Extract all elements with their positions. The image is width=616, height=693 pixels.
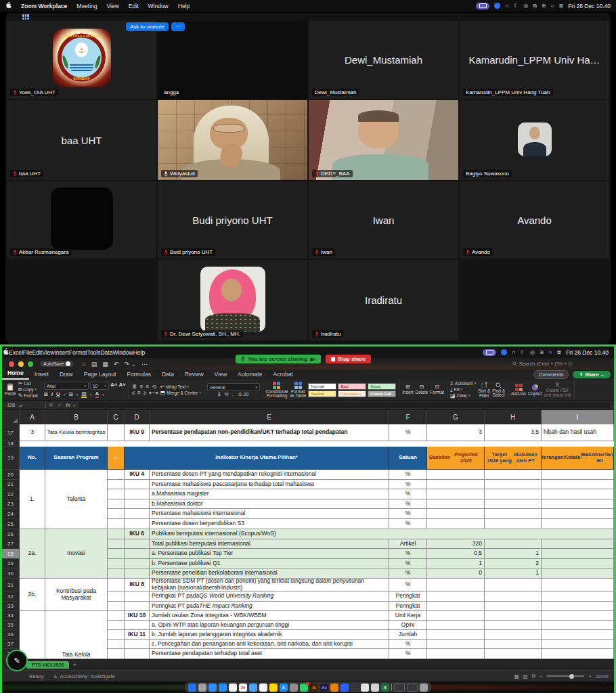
- cell-C21[interactable]: [108, 480, 125, 489]
- dock-icon-reminders[interactable]: [259, 684, 267, 692]
- cell-E21[interactable]: Persentase mahasiswa pascasarjana terhad…: [150, 480, 389, 489]
- align-middle-icon[interactable]: ≡: [140, 384, 144, 390]
- cell-F19[interactable]: Satuan: [389, 447, 427, 470]
- cell-I30[interactable]: [542, 568, 614, 579]
- cell-E22[interactable]: a.Mahasiswa magister: [150, 489, 389, 499]
- participant-tile-bagiyo-suwasono[interactable]: Bagiyo Suwasono: [460, 100, 609, 180]
- column-header-C[interactable]: C: [108, 410, 125, 424]
- cell-I31[interactable]: [542, 579, 614, 591]
- cell-I18[interactable]: [542, 441, 614, 447]
- menu-item-window[interactable]: Window: [112, 349, 133, 356]
- fill-button[interactable]: ⤓Fill ▾: [450, 387, 476, 393]
- cell-D37[interactable]: [125, 640, 150, 649]
- cell-H33[interactable]: [485, 602, 542, 611]
- cell-E29[interactable]: b. Persentase publikasi Q1: [150, 559, 389, 568]
- participant-tile-widyastuti[interactable]: Widyastuti: [158, 100, 307, 180]
- cell-H30[interactable]: 1: [485, 568, 542, 579]
- cell-G23[interactable]: [427, 499, 485, 509]
- cell-D38[interactable]: [125, 649, 150, 659]
- share-button[interactable]: ⇪ Share ⌄: [573, 371, 611, 378]
- cell-A17[interactable]: 3: [20, 424, 45, 441]
- dock-icon-whatsapp[interactable]: [300, 684, 308, 692]
- moon-icon[interactable]: ☾: [521, 350, 525, 355]
- menu-item-zoom-workplace[interactable]: Zoom Workplace: [16, 3, 72, 9]
- column-header-H[interactable]: H: [485, 410, 542, 424]
- ribbon-tab-view[interactable]: View: [209, 370, 232, 380]
- row-header-33[interactable]: 33: [2, 602, 20, 611]
- font-name-select[interactable]: Arial▾: [44, 382, 89, 390]
- accessibility-icon[interactable]: ♿: [53, 673, 58, 679]
- accessibility-status[interactable]: Accessibility: Investigate: [60, 673, 114, 679]
- cell-G29[interactable]: 1: [427, 559, 485, 568]
- apple-menu-icon[interactable]: [2, 348, 9, 357]
- cell-F34[interactable]: Unit Kerja: [389, 611, 427, 621]
- stack-icon[interactable]: ⧉: [533, 3, 537, 9]
- cell-H27[interactable]: [485, 539, 542, 549]
- select-all-corner[interactable]: [2, 410, 20, 424]
- cell-F21[interactable]: %: [389, 480, 427, 489]
- indent-icons[interactable]: ⇤⇥: [149, 390, 158, 396]
- more-commands-icon[interactable]: ⋯: [141, 361, 148, 367]
- cell-E26[interactable]: Publikasi bereputasi internasional (Scop…: [150, 529, 614, 539]
- cell-G37[interactable]: [427, 640, 485, 649]
- zoom-in-icon[interactable]: +: [588, 673, 591, 679]
- menubar-clock[interactable]: Fri 26 Dec 10.40: [568, 3, 611, 9]
- participant-tile-budi-priyono-uht[interactable]: Budi priyono UHTBudi priyono UHT: [158, 181, 307, 259]
- wifi-icon[interactable]: ≋: [542, 3, 546, 9]
- page-break-icon[interactable]: ⧉: [532, 673, 535, 679]
- cancel-icon[interactable]: ✕: [49, 402, 53, 408]
- cell-E35[interactable]: a. Opini WTP atas laporan keuangan pergu…: [150, 621, 389, 630]
- participant-tile-dr-dewi-setyowati-sh-mh-[interactable]: Dr. Dewi Setyowati, SH., MH.: [158, 260, 307, 340]
- cell-E36[interactable]: b. Jumlah laporan pelanggaran integritas…: [150, 630, 389, 640]
- apple-menu-icon[interactable]: [0, 1, 16, 10]
- cell-I22[interactable]: [542, 489, 614, 499]
- cell-D23[interactable]: [125, 499, 150, 509]
- cell-I33[interactable]: [542, 602, 614, 611]
- ribbon-tab-data[interactable]: Data: [156, 370, 179, 380]
- cell-H17[interactable]: 3,5: [485, 424, 542, 441]
- cell-E25[interactable]: Persentase dosen berpendidikan S3: [150, 519, 389, 529]
- menu-item-view[interactable]: View: [102, 3, 124, 9]
- dock-icon-notes[interactable]: [269, 684, 278, 692]
- cell-style-good[interactable]: Good: [368, 383, 396, 390]
- moon-icon[interactable]: ☾: [514, 3, 519, 9]
- cell-C25[interactable]: [108, 519, 125, 529]
- cell-A18[interactable]: [20, 441, 45, 447]
- cell-I20[interactable]: [542, 470, 614, 480]
- cell-D22[interactable]: [125, 489, 150, 499]
- cell-A26-merged[interactable]: 2a.: [20, 529, 45, 579]
- page-layout-icon[interactable]: ▤: [523, 673, 528, 679]
- cell-F38[interactable]: %: [389, 649, 427, 659]
- format-cells-button[interactable]: ⊡Format: [430, 384, 444, 395]
- column-header-G[interactable]: G: [427, 410, 485, 424]
- cell-C23[interactable]: [108, 499, 125, 509]
- dock-icon-after-effects[interactable]: Ae: [320, 684, 328, 692]
- cell-I36[interactable]: [542, 630, 614, 640]
- cell-D31[interactable]: IKU 8: [125, 579, 150, 591]
- orientation-icon[interactable]: ⟲: [152, 384, 156, 390]
- cell-H29[interactable]: 2: [485, 559, 542, 568]
- dock-icon-mail[interactable]: [219, 684, 227, 692]
- align-center-icon[interactable]: ≡: [137, 390, 141, 396]
- cell-I19[interactable]: Keterangan/Catata(Baseline/Target IKI: [542, 447, 614, 470]
- formula-input[interactable]: [79, 402, 610, 408]
- cell-B26-merged[interactable]: Inovasi: [45, 529, 108, 579]
- cell-I32[interactable]: [542, 591, 614, 602]
- cell-G17[interactable]: 3: [427, 424, 485, 441]
- normal-view-icon[interactable]: ▦: [514, 673, 519, 679]
- cell-E34[interactable]: Jumlah usulan Zona Integritas - WBK/WBBM: [150, 611, 389, 621]
- cell-G25[interactable]: [427, 519, 485, 529]
- cut-button[interactable]: ✂Cut: [18, 381, 38, 386]
- cell-H35[interactable]: [485, 621, 542, 630]
- clear-button[interactable]: ◪Clear ▾: [450, 393, 476, 399]
- cell-H36[interactable]: [485, 630, 542, 640]
- ribbon-tab-home[interactable]: Home: [2, 368, 29, 380]
- cell-C20[interactable]: [108, 470, 125, 480]
- merge-center-button[interactable]: ⬒Merge & Center ▾: [160, 390, 201, 396]
- save-icon[interactable]: ▤: [91, 361, 97, 367]
- dock-icon-app-blue[interactable]: [340, 684, 349, 692]
- cell-G28[interactable]: 0,5: [427, 549, 485, 559]
- comments-button[interactable]: Comments: [533, 370, 569, 379]
- decimal-icons[interactable]: .0 .00: [238, 392, 248, 397]
- menu-item-meeting[interactable]: Meeting: [72, 3, 102, 9]
